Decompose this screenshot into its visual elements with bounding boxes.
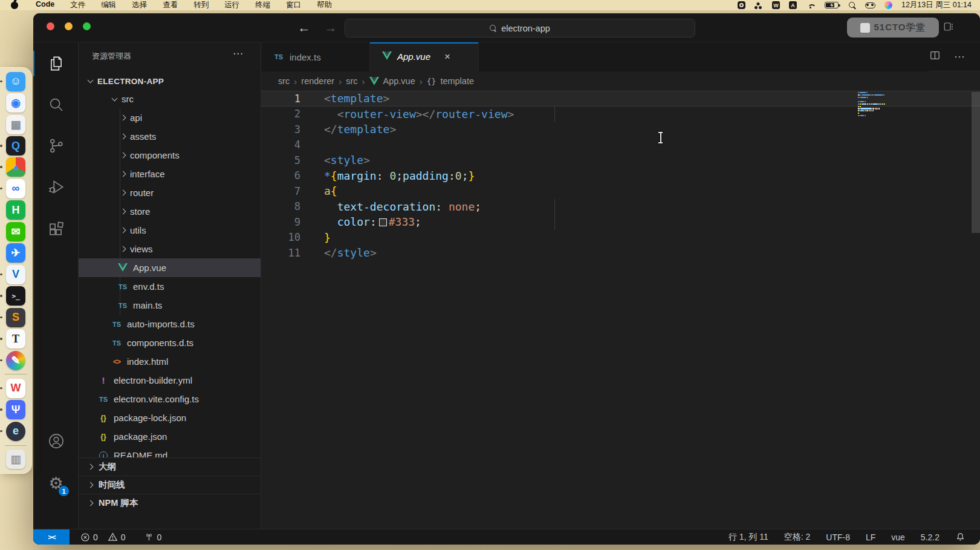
close-tab-icon[interactable]: × (444, 51, 450, 63)
remote-indicator[interactable]: >< (33, 529, 70, 545)
extensions-icon[interactable] (33, 214, 79, 244)
code-line-8[interactable]: 8 text-decoration: none; (261, 199, 980, 215)
editor-more-actions-icon[interactable]: ⋯ (954, 50, 965, 64)
accounts-icon[interactable] (33, 426, 79, 456)
navigate-forward-button[interactable]: → (321, 18, 340, 38)
section-时间线[interactable]: 时间线 (79, 476, 261, 494)
menu-clock[interactable]: 12月13日 周三 01:14 (901, 0, 972, 10)
menu-item-查看[interactable]: 查看 (155, 0, 186, 10)
notifications-bell-icon[interactable] (955, 532, 965, 542)
dock-item-deer[interactable]: Ψ (4, 400, 28, 420)
tree-item-components[interactable]: components (79, 146, 261, 165)
breadcrumb-item-app-vue[interactable]: App.vue (383, 76, 415, 86)
share-cluster-icon[interactable] (754, 2, 763, 9)
tree-item-app-vue[interactable]: App.vue (79, 258, 261, 277)
breadcrumb-item-renderer[interactable]: renderer (301, 76, 334, 86)
explorer-view-icon[interactable] (33, 48, 79, 79)
dock-item-vscode[interactable]: V (4, 264, 28, 284)
tree-item-views[interactable]: views (79, 240, 261, 258)
tree-item-assets[interactable]: assets (79, 127, 261, 146)
wps-menu-icon[interactable]: W (772, 1, 780, 9)
menu-item-编辑[interactable]: 编辑 (93, 0, 124, 10)
breadcrumb-item-template[interactable]: template (440, 76, 474, 86)
menu-item-选择[interactable]: 选择 (124, 0, 155, 10)
menu-item-转到[interactable]: 转到 (186, 0, 216, 10)
run-debug-icon[interactable] (33, 172, 79, 202)
close-window-button[interactable] (47, 22, 54, 30)
tree-item-router[interactable]: router (79, 183, 261, 202)
settings-gear-icon[interactable]: ⚙ 1 (33, 468, 79, 499)
tree-item-components-d-ts[interactable]: TScomponents.d.ts (79, 333, 261, 352)
explorer-more-actions-icon[interactable]: ⋯ (233, 47, 244, 60)
status-1[interactable]: 空格: 2 (784, 532, 811, 543)
menu-item-窗口[interactable]: 窗口 (278, 0, 309, 10)
code-line-9[interactable]: 9 color:#333; (261, 214, 980, 230)
tree-item-electron-vite-config-ts[interactable]: TSelectron.vite.config.ts (79, 390, 261, 408)
screen-record-icon[interactable] (738, 1, 745, 9)
dock-item-safari[interactable]: ◉ (4, 93, 28, 113)
navigate-back-button[interactable]: ← (294, 18, 314, 38)
menu-item-code[interactable]: Code (28, 0, 62, 10)
tree-item-index-html[interactable]: <>index.html (79, 352, 261, 371)
menu-item-文件[interactable]: 文件 (62, 0, 93, 10)
status-3[interactable]: LF (866, 532, 875, 542)
dock-item-trash[interactable]: ▥ (4, 450, 28, 470)
code-line-4[interactable]: 4 (261, 137, 980, 153)
code-line-5[interactable]: 5<style> (261, 152, 980, 168)
search-view-icon[interactable] (33, 90, 79, 120)
minimize-window-button[interactable] (65, 22, 73, 30)
code-line-10[interactable]: 10} (261, 230, 980, 246)
zoom-window-button[interactable] (83, 22, 91, 30)
menu-item-帮助[interactable]: 帮助 (309, 0, 340, 10)
dock-item-wps[interactable]: W (4, 378, 28, 398)
minimap[interactable] (858, 92, 888, 117)
problems-area[interactable]: 0 0 0 (70, 532, 167, 542)
section-大纲[interactable]: 大纲 (79, 457, 261, 476)
code-line-3[interactable]: 3</template> (261, 122, 980, 137)
battery-icon[interactable] (825, 2, 839, 8)
tree-item-main-ts[interactable]: TSmain.ts (79, 296, 261, 315)
control-center-icon[interactable] (865, 2, 875, 8)
input-source-icon[interactable]: A (789, 1, 797, 9)
tab-index-ts[interactable]: TS index.ts (261, 42, 370, 71)
apple-menu-icon[interactable] (11, 2, 18, 9)
tab-app-vue[interactable]: App.vue × (370, 42, 479, 71)
tree-item-store[interactable]: store (79, 202, 261, 221)
dock-item-sublime[interactable]: S (4, 307, 28, 327)
code-editor[interactable]: 1<template>2 <router-view></router-view>… (261, 91, 980, 529)
tree-item-utils[interactable]: utils (79, 221, 261, 240)
breadcrumb-item-src[interactable]: src (346, 76, 357, 86)
tree-item-auto-imports-d-ts[interactable]: TSauto-imports.d.ts (79, 315, 261, 333)
status-0[interactable]: 行 1, 列 11 (729, 532, 768, 543)
status-5[interactable]: 5.2.2 (921, 532, 939, 542)
dock-item-chrome[interactable]: ● (4, 157, 28, 177)
code-line-11[interactable]: 11</style> (261, 245, 980, 261)
siri-icon[interactable] (884, 1, 892, 9)
editor-scrollbar[interactable] (972, 92, 980, 233)
dock-item-terminal[interactable]: >_ (4, 286, 28, 306)
spotlight-icon[interactable] (849, 2, 856, 9)
dock-item-dingtalk[interactable]: ✈ (4, 243, 28, 263)
tree-item-package-lock-json[interactable]: {}package-lock.json (79, 408, 261, 427)
dock-item-electron[interactable]: e (4, 421, 28, 441)
source-control-icon[interactable] (33, 131, 79, 161)
code-line-6[interactable]: 6*{margin: 0;padding:0;} (261, 168, 980, 184)
split-editor-icon[interactable] (929, 50, 941, 64)
breadcrumb-item-src[interactable]: src (278, 76, 290, 86)
tree-item-electron-builder-yml[interactable]: !electron-builder.yml (79, 371, 261, 390)
dock-item-paint[interactable]: ✎ (4, 350, 28, 370)
section-npm-脚本[interactable]: NPM 脚本 (79, 494, 261, 512)
tree-item-env-d-ts[interactable]: TSenv.d.ts (79, 277, 261, 296)
command-center-search[interactable]: electron-app (345, 19, 695, 38)
tree-root-electron-app[interactable]: ELECTRON-APP (79, 73, 261, 90)
customize-layout-icon[interactable] (943, 21, 954, 34)
dock-item-hbuilderx[interactable]: H (4, 200, 28, 220)
menu-item-终端[interactable]: 终端 (247, 0, 278, 10)
tree-item-api[interactable]: api (79, 108, 261, 127)
dock-item-finder[interactable]: ☺ (4, 71, 28, 91)
tree-item-src[interactable]: src (79, 90, 261, 108)
status-2[interactable]: UTF-8 (826, 532, 850, 542)
menu-item-运行[interactable]: 运行 (216, 0, 247, 10)
status-4[interactable]: vue (891, 532, 905, 542)
dock-item-typora[interactable]: T (4, 329, 28, 349)
